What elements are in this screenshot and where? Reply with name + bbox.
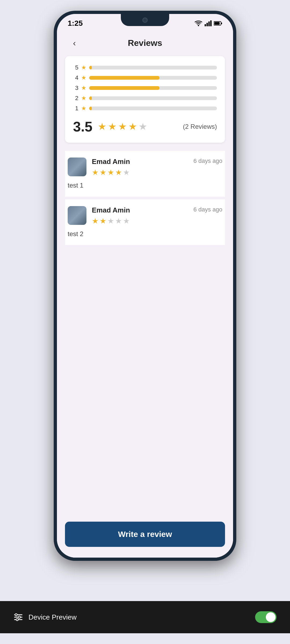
avg-star-5: ★ bbox=[139, 121, 147, 132]
review-item-1: Emad Amin ★ ★ ★ ★ ★ 6 days ago bbox=[65, 151, 225, 197]
reviewer-info-1: Emad Amin ★ ★ ★ ★ ★ bbox=[92, 158, 193, 177]
svg-point-11 bbox=[15, 614, 17, 616]
back-arrow-icon: ‹ bbox=[73, 38, 76, 48]
avatar-2 bbox=[68, 206, 86, 225]
bar-label-2: 2 bbox=[73, 95, 78, 102]
avg-star-4: ★ bbox=[128, 121, 137, 132]
review-date-2: 6 days ago bbox=[193, 206, 222, 213]
svg-point-0 bbox=[198, 25, 199, 26]
reviewer-stars-1: ★ ★ ★ ★ ★ bbox=[92, 168, 193, 177]
reviewer-info-2: Emad Amin ★ ★ ★ ★ ★ bbox=[92, 206, 193, 225]
svg-point-13 bbox=[16, 619, 18, 621]
bar-star-3: ★ bbox=[81, 85, 86, 92]
bar-track-5 bbox=[89, 66, 217, 69]
review-header-2: Emad Amin ★ ★ ★ ★ ★ 6 days ago bbox=[68, 206, 222, 225]
bar-label-4: 4 bbox=[73, 74, 78, 81]
bar-fill-5 bbox=[89, 66, 92, 69]
r2-star-1: ★ bbox=[92, 217, 99, 225]
svg-rect-7 bbox=[221, 23, 222, 24]
review-text-2: test 2 bbox=[68, 229, 222, 239]
bar-track-4 bbox=[89, 76, 217, 80]
bar-star-1: ★ bbox=[81, 105, 86, 112]
reviewer-name-1: Emad Amin bbox=[92, 158, 193, 166]
reviewer-stars-2: ★ ★ ★ ★ ★ bbox=[92, 217, 193, 225]
phone-screen: 1:25 bbox=[57, 14, 233, 558]
bar-row-2: 2 ★ bbox=[73, 95, 217, 102]
svg-rect-6 bbox=[214, 22, 220, 25]
battery-icon bbox=[214, 21, 222, 26]
bottom-area: Write a review bbox=[57, 516, 233, 558]
taskbar: Device Preview bbox=[0, 601, 290, 633]
status-icons bbox=[194, 20, 222, 26]
bar-label-5: 5 bbox=[73, 64, 78, 71]
bar-label-3: 3 bbox=[73, 85, 78, 92]
bar-row-3: 3 ★ bbox=[73, 85, 217, 92]
scroll-content[interactable]: 5 ★ 4 ★ bbox=[57, 53, 233, 516]
bar-star-2: ★ bbox=[81, 95, 86, 102]
r1-star-3: ★ bbox=[107, 168, 114, 177]
average-rating: 3.5 bbox=[73, 119, 92, 135]
review-count: (2 Reviews) bbox=[183, 123, 217, 130]
review-header-1: Emad Amin ★ ★ ★ ★ ★ 6 days ago bbox=[68, 158, 222, 177]
signal-icon bbox=[205, 20, 212, 26]
svg-rect-4 bbox=[210, 20, 212, 26]
review-date-1: 6 days ago bbox=[193, 158, 222, 164]
rating-card: 5 ★ 4 ★ bbox=[65, 56, 225, 143]
average-stars: ★ ★ ★ ★ ★ bbox=[98, 121, 147, 132]
avatar-1 bbox=[68, 158, 86, 176]
toggle-circle bbox=[266, 612, 276, 622]
svg-rect-2 bbox=[206, 23, 208, 26]
bar-track-2 bbox=[89, 96, 217, 100]
bar-fill-1 bbox=[89, 107, 92, 110]
svg-rect-3 bbox=[208, 21, 210, 26]
phone-frame: 1:25 bbox=[54, 11, 236, 561]
r1-star-5: ★ bbox=[123, 168, 130, 177]
wifi-icon bbox=[194, 20, 202, 26]
bar-row-5: 5 ★ bbox=[73, 64, 217, 71]
r2-star-4: ★ bbox=[115, 217, 122, 225]
bar-fill-3 bbox=[89, 86, 160, 90]
status-time: 1:25 bbox=[68, 19, 83, 28]
rating-summary: 3.5 ★ ★ ★ ★ ★ (2 Reviews) bbox=[73, 119, 217, 135]
r2-star-5: ★ bbox=[123, 217, 130, 225]
avatar-img-2 bbox=[68, 206, 86, 225]
r1-star-4: ★ bbox=[115, 168, 122, 177]
taskbar-left: Device Preview bbox=[13, 612, 77, 622]
notch bbox=[121, 14, 169, 26]
svg-rect-1 bbox=[205, 24, 206, 26]
notch-camera bbox=[142, 17, 148, 23]
review-text-1: test 1 bbox=[68, 181, 222, 190]
svg-point-12 bbox=[18, 616, 20, 618]
taskbar-label: Device Preview bbox=[28, 613, 77, 621]
bar-track-3 bbox=[89, 86, 217, 90]
rating-bars: 5 ★ 4 ★ bbox=[73, 64, 217, 112]
phone-wrapper: 1:25 bbox=[51, 11, 239, 601]
page-title: Reviews bbox=[128, 38, 162, 48]
r1-star-2: ★ bbox=[100, 168, 106, 177]
review-item-2: Emad Amin ★ ★ ★ ★ ★ 6 days ago bbox=[65, 199, 225, 245]
bar-fill-2 bbox=[89, 96, 92, 100]
avg-star-2: ★ bbox=[108, 121, 117, 132]
bar-track-1 bbox=[89, 107, 217, 110]
reviewer-name-2: Emad Amin bbox=[92, 206, 193, 214]
write-review-button[interactable]: Write a review bbox=[65, 522, 225, 547]
avatar-img-1 bbox=[68, 158, 86, 176]
bar-row-4: 4 ★ bbox=[73, 74, 217, 81]
bar-fill-4 bbox=[89, 76, 160, 80]
bar-label-1: 1 bbox=[73, 105, 78, 112]
r1-star-1: ★ bbox=[92, 168, 99, 177]
header: ‹ Reviews bbox=[57, 33, 233, 53]
device-preview-toggle[interactable] bbox=[255, 611, 277, 623]
avg-star-3: ★ bbox=[118, 121, 127, 132]
back-button[interactable]: ‹ bbox=[68, 36, 81, 50]
sliders-icon bbox=[13, 612, 23, 622]
app-content: ‹ Reviews 5 ★ bbox=[57, 33, 233, 558]
avg-star-1: ★ bbox=[98, 121, 106, 132]
bar-star-4: ★ bbox=[81, 74, 86, 81]
r2-star-2: ★ bbox=[100, 217, 106, 225]
bar-star-5: ★ bbox=[81, 64, 86, 71]
r2-star-3: ★ bbox=[107, 217, 114, 225]
bar-row-1: 1 ★ bbox=[73, 105, 217, 112]
